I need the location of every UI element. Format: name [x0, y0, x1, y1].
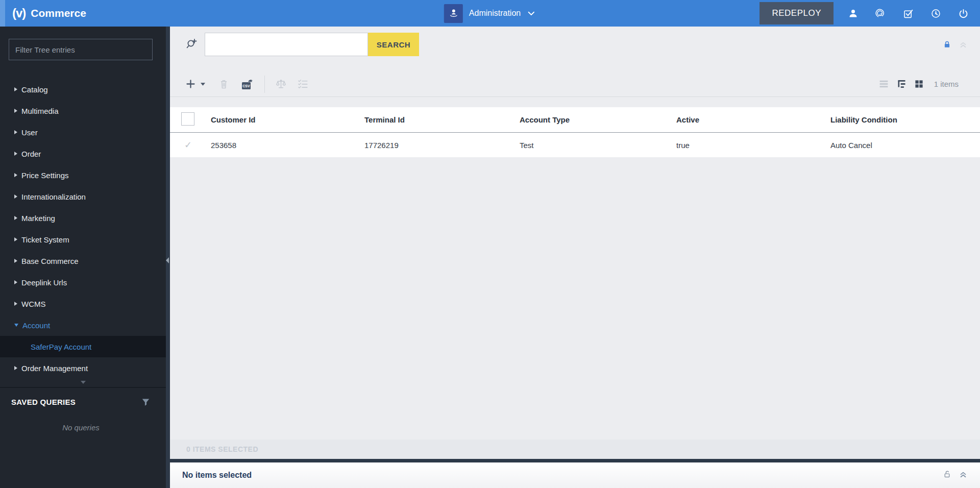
tree-item-label: Base Commerce [21, 257, 79, 265]
tree-item-deeplink-urls[interactable]: Deeplink Urls [0, 272, 166, 293]
view-toggles: 1 items [878, 79, 959, 89]
tree-item-label: Ticket System [21, 235, 69, 244]
context-switcher[interactable]: Administration [444, 4, 536, 23]
check-square-icon[interactable] [903, 8, 914, 19]
caret-right-icon[interactable] [14, 302, 17, 306]
tree-item-price-settings[interactable]: Price Settings [0, 164, 166, 186]
view-tree-icon[interactable] [896, 79, 907, 89]
select-all-checkbox[interactable] [181, 112, 194, 126]
caret-right-icon[interactable] [14, 152, 17, 156]
tree-item-ticket-system[interactable]: Ticket System [0, 229, 166, 250]
caret-right-icon[interactable] [14, 259, 17, 263]
column-header-terminal-id[interactable]: Terminal Id [364, 115, 520, 124]
search-input[interactable] [205, 33, 368, 56]
empty-area [170, 157, 980, 440]
sidebar: CatalogMultimediaUserOrderPrice Settings… [0, 27, 166, 488]
unlock-icon[interactable] [943, 470, 951, 479]
sidebar-resize-handle[interactable] [166, 27, 170, 488]
tree-item-order[interactable]: Order [0, 143, 166, 164]
administration-icon [444, 4, 463, 23]
add-item-dropdown-icon[interactable] [200, 81, 206, 87]
tree-item-saferpay-account[interactable]: SaferPay Account [0, 336, 166, 357]
collapse-sidebar-icon [166, 257, 169, 263]
add-item-icon[interactable] [185, 79, 196, 89]
items-selected-bar: 0 ITEMS SELECTED [170, 440, 980, 459]
tree-item-order-management[interactable]: Order Management [0, 357, 166, 379]
tree-item-label: Price Settings [21, 171, 69, 180]
caret-right-icon[interactable] [14, 366, 17, 370]
caret-right-icon[interactable] [14, 109, 17, 113]
lock-icon[interactable] [943, 40, 951, 49]
csv-export-icon[interactable]: CSV [241, 78, 254, 91]
table-cell: Test [520, 141, 676, 150]
tree-item-marketing[interactable]: Marketing [0, 207, 166, 229]
tree-item-base-commerce[interactable]: Base Commerce [0, 250, 166, 272]
column-header-liability-condition[interactable]: Liability Condition [830, 115, 980, 124]
caret-right-icon[interactable] [14, 216, 17, 220]
view-grid-icon[interactable] [914, 79, 924, 89]
tree-item-label: Catalog [21, 85, 48, 94]
column-header-active[interactable]: Active [676, 115, 830, 124]
table-cell: true [676, 141, 830, 150]
filter-tree-input[interactable] [9, 39, 153, 60]
table-cell: 17726219 [364, 141, 520, 150]
power-icon[interactable] [958, 8, 969, 19]
tree-item-catalog[interactable]: Catalog [0, 79, 166, 100]
caret-right-icon[interactable] [14, 194, 17, 199]
caret-down-icon[interactable] [14, 324, 18, 327]
magnifier-plus-icon[interactable] [185, 38, 199, 51]
tree-scroll-down[interactable] [0, 379, 166, 386]
tree-item-internationalization[interactable]: Internationalization [0, 186, 166, 207]
topbar-icons [848, 8, 969, 19]
tree-item-wcms[interactable]: WCMS [0, 293, 166, 314]
delete-icon[interactable] [219, 79, 229, 89]
tree-item-label: SaferPay Account [31, 343, 91, 351]
panel-divider[interactable] [170, 459, 980, 462]
redeploy-button[interactable]: REDEPLOY [760, 2, 834, 25]
column-header-account-type[interactable]: Account Type [520, 115, 676, 124]
column-header-customer-id[interactable]: Customer Id [211, 115, 364, 124]
saved-queries-title: SAVED QUERIES [11, 398, 76, 406]
toolbar-divider [264, 76, 265, 93]
expand-detail-panel-icon[interactable] [959, 470, 968, 479]
tree-scroll-down-icon [81, 381, 86, 384]
detail-panel-title: No items selected [182, 471, 252, 480]
checklist-icon[interactable] [297, 78, 309, 90]
search-button[interactable]: SEARCH [368, 33, 419, 56]
tree-item-label: Deeplink Urls [21, 278, 67, 287]
caret-right-icon[interactable] [14, 237, 17, 241]
tree-item-user[interactable]: User [0, 121, 166, 143]
compare-scales-icon[interactable] [275, 78, 287, 90]
caret-right-icon[interactable] [14, 280, 17, 284]
tree-item-label: Order Management [21, 364, 88, 373]
toolbar: CSV 1 items [170, 71, 980, 97]
table-header-row: Customer IdTerminal IdAccount TypeActive… [170, 107, 980, 133]
table-cell: 253658 [211, 141, 364, 150]
collapse-panel-icon[interactable] [959, 40, 968, 49]
caret-right-icon[interactable] [14, 173, 17, 177]
main-content: SEARCH CSV [170, 27, 980, 488]
tree-item-label: WCMS [21, 300, 46, 308]
swirl-icon[interactable] [875, 8, 886, 19]
table-row[interactable]: ✓25365817726219TesttrueAuto Cancel [170, 133, 980, 157]
caret-right-icon[interactable] [14, 87, 17, 91]
context-label: Administration [469, 9, 521, 18]
caret-right-icon[interactable] [14, 130, 17, 134]
chevron-down-icon [527, 9, 536, 18]
row-check-icon[interactable]: ✓ [184, 140, 192, 150]
filter-funnel-icon[interactable] [141, 397, 151, 407]
saved-queries-empty: No queries [11, 423, 151, 432]
view-list-icon[interactable] [878, 79, 889, 89]
topbar-accent-strip [0, 0, 5, 27]
topbar: (v) Commerce Administration REDEPLOY [0, 0, 980, 27]
svg-text:CSV: CSV [242, 84, 250, 88]
detail-panel: No items selected [170, 462, 980, 488]
saved-queries-section: SAVED QUERIES No queries [0, 387, 166, 488]
clock-icon[interactable] [930, 8, 941, 19]
app-window: (v) Commerce Administration REDEPLOY [0, 0, 980, 488]
tree-item-multimedia[interactable]: Multimedia [0, 100, 166, 121]
tree-item-account[interactable]: Account [0, 314, 166, 336]
tree-item-label: Multimedia [21, 107, 59, 115]
user-icon[interactable] [848, 8, 859, 19]
topbar-right: REDEPLOY [760, 2, 980, 25]
